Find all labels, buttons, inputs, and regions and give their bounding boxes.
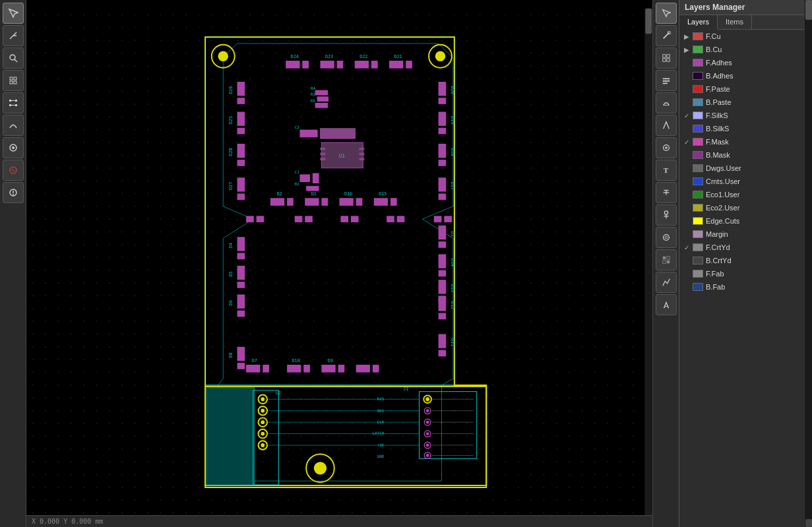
layer-visibility-b-paste[interactable] <box>682 98 691 107</box>
route-track-tool[interactable] <box>656 25 677 46</box>
place-anchor-right[interactable] <box>656 204 677 226</box>
layer-b-paste[interactable]: B.Paste <box>679 96 804 109</box>
layer-visibility-margin[interactable] <box>682 230 691 239</box>
tab-layers[interactable]: Layers <box>679 15 718 30</box>
layer-visibility-f-fab[interactable] <box>682 269 691 278</box>
layer-visibility-cmts[interactable] <box>682 177 691 186</box>
add-zone-right[interactable] <box>656 92 677 113</box>
layer-eco1-user[interactable]: Eco1.User <box>679 188 804 201</box>
layer-visibility-f-adhes[interactable] <box>682 58 691 67</box>
svg-rect-90 <box>287 198 294 206</box>
svg-rect-220 <box>662 261 665 263</box>
tab-items[interactable]: Items <box>718 15 752 29</box>
select-tool[interactable] <box>3 3 24 24</box>
push-pads-right[interactable] <box>656 227 677 248</box>
vertical-scrollbar[interactable] <box>804 0 812 527</box>
layer-b-silks[interactable]: B.SilkS <box>679 122 804 135</box>
svg-point-173 <box>426 409 429 412</box>
interactive-router-right[interactable] <box>656 272 677 293</box>
svg-text:R2: R2 <box>295 182 299 186</box>
route-tool[interactable] <box>3 25 24 46</box>
layer-visibility-b-fab[interactable] <box>682 282 691 292</box>
svg-point-181 <box>426 454 429 457</box>
layer-name-f-adhes: F.Adhes <box>706 59 732 67</box>
differential-route[interactable] <box>656 47 677 69</box>
layer-f-fab[interactable]: F.Fab <box>679 267 804 280</box>
layer-edge-cuts[interactable]: Edge.Cuts <box>679 214 804 228</box>
layer-name-f-silks: F.SilkS <box>706 111 728 119</box>
svg-rect-68 <box>317 96 328 102</box>
scroll-thumb-top[interactable] <box>805 0 812 20</box>
layer-dwgs-user[interactable]: Dwgs.User <box>679 162 804 175</box>
add-footprint-tool[interactable] <box>3 70 24 91</box>
align-right[interactable] <box>656 182 677 203</box>
canvas-area[interactable]: D24 D23 D22 D21 D26 D25 D28 <box>26 0 652 527</box>
layer-visibility-b-cu[interactable]: ▶ <box>682 45 691 54</box>
add-text-right[interactable]: T <box>656 160 677 181</box>
svg-rect-80 <box>320 158 325 160</box>
layer-margin[interactable]: Margin <box>679 228 804 241</box>
layer-f-paste[interactable]: F.Paste <box>679 82 804 96</box>
layer-b-cu[interactable]: ▶ B.Cu <box>679 43 804 56</box>
layer-visibility-b-adhes[interactable] <box>682 71 691 80</box>
measure-tool[interactable] <box>3 160 24 181</box>
svg-text:D10: D10 <box>292 358 300 363</box>
layer-visibility-f-crtyd[interactable]: ✓ <box>682 243 691 252</box>
inspect-net-right[interactable] <box>656 70 677 91</box>
layer-visibility-b-crtyd[interactable] <box>682 256 691 265</box>
drc-tool[interactable] <box>3 182 24 203</box>
layer-color-eco1 <box>693 191 703 199</box>
add-arc-right[interactable] <box>656 115 677 136</box>
origin-tool[interactable] <box>3 137 24 158</box>
svg-text:CLK: CLK <box>377 420 385 424</box>
svg-text:U2: U2 <box>276 390 281 396</box>
cursor-tool-right[interactable] <box>656 3 677 24</box>
scroll-thumb-bottom[interactable] <box>805 519 812 527</box>
svg-text:D8: D8 <box>228 352 234 357</box>
layer-f-silks[interactable]: ✓ F.SilkS <box>679 109 804 122</box>
layer-color-b-paste <box>693 98 703 106</box>
layer-visibility-eco2[interactable] <box>682 203 691 212</box>
layer-f-adhes[interactable]: F.Adhes <box>679 56 804 69</box>
layer-b-mask[interactable]: B.Mask <box>679 148 804 162</box>
layer-visibility-f-paste[interactable] <box>682 84 691 94</box>
layer-name-f-crtyd: F.CrtYd <box>706 243 730 251</box>
set-origin-right[interactable] <box>656 137 677 158</box>
layer-f-cu[interactable]: ▶ F.Cu <box>679 30 804 43</box>
inspect-tool[interactable] <box>3 47 24 69</box>
layer-visibility-edge-cuts[interactable] <box>682 216 691 226</box>
layers-list[interactable]: ▶ F.Cu ▶ B.Cu F.Adhes B.Adhes <box>679 30 804 527</box>
svg-text:R3: R3 <box>311 92 315 96</box>
layer-eco2-user[interactable]: Eco2.User <box>679 201 804 214</box>
layers-panel: Layers Manager Layers Items ▶ F.Cu ▶ <box>679 0 804 527</box>
svg-rect-144 <box>321 365 335 373</box>
layer-visibility-b-mask[interactable] <box>682 150 691 160</box>
svg-rect-145 <box>338 365 345 373</box>
layer-name-eco2: Eco2.User <box>706 204 739 212</box>
layer-f-mask[interactable]: ✓ F.Mask <box>679 135 804 148</box>
svg-rect-114 <box>237 266 245 280</box>
layer-name-f-cu: F.Cu <box>706 32 721 40</box>
layer-visibility-eco1[interactable] <box>682 190 691 199</box>
layer-visibility-b-silks[interactable] <box>682 124 691 133</box>
svg-point-177 <box>426 432 429 435</box>
layer-b-adhes[interactable]: B.Adhes <box>679 69 804 82</box>
layer-visibility-f-mask[interactable]: ✓ <box>682 137 691 146</box>
layer-f-crtyd[interactable]: ✓ F.CrtYd <box>679 241 804 254</box>
layer-cmts-user[interactable]: Cmts.User <box>679 175 804 188</box>
svg-text:LATCH: LATCH <box>373 432 385 436</box>
svg-text:D3: D3 <box>450 231 455 236</box>
layer-visibility-dwgs[interactable] <box>682 164 691 173</box>
arc-tool[interactable] <box>3 115 24 136</box>
layer-visibility-f-silks[interactable]: ✓ <box>682 111 691 120</box>
layer-b-crtyd[interactable]: B.CrtYd <box>679 254 804 267</box>
pcb-svg: D24 D23 D22 D21 D26 D25 D28 <box>26 0 652 527</box>
svg-rect-204 <box>662 83 667 84</box>
fill-zones-right[interactable] <box>656 249 677 270</box>
ratsnest-tool[interactable] <box>3 92 24 113</box>
layer-b-fab[interactable]: B.Fab <box>679 280 804 294</box>
svg-rect-69 <box>315 103 328 108</box>
svg-text:GND: GND <box>377 454 385 458</box>
cleanup-right[interactable] <box>656 294 677 315</box>
layer-visibility-f-cu[interactable]: ▶ <box>682 32 691 41</box>
